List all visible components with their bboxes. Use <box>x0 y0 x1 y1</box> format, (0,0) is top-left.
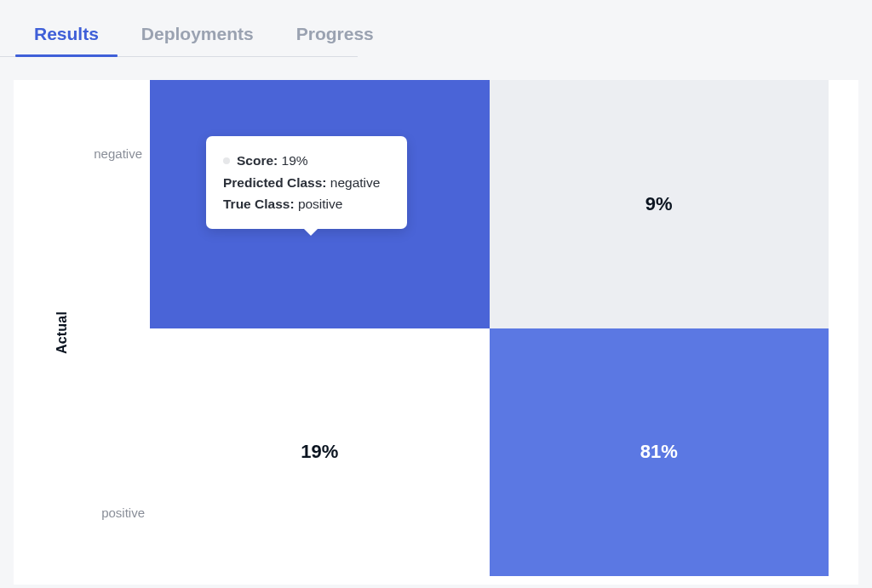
tooltip-predicted-label: Predicted Class: <box>223 175 326 190</box>
tab-progress[interactable]: Progress <box>296 24 374 56</box>
tooltip-score-row: Score: 19% <box>223 150 390 172</box>
cell-actual-pos-pred-pos[interactable]: 81% <box>490 328 829 577</box>
tab-bar: Results Deployments Progress <box>0 0 358 57</box>
row-label-negative: negative <box>91 146 142 161</box>
tooltip-predicted-row: Predicted Class: negative <box>223 172 390 194</box>
cell-tooltip: Score: 19% Predicted Class: negative Tru… <box>206 136 407 229</box>
confusion-matrix-chart: Actual negative positive 91% 9% 19% 81% <box>14 80 858 585</box>
tab-results[interactable]: Results <box>34 24 99 56</box>
cell-actual-pos-pred-neg[interactable]: 19% <box>150 328 490 577</box>
tooltip-score-value: 19% <box>282 153 308 168</box>
tooltip-score-label: Score: <box>237 153 278 168</box>
legend-dot-icon <box>223 157 230 164</box>
tooltip-trueclass-row: True Class: positive <box>223 193 390 215</box>
tooltip-trueclass-label: True Class: <box>223 197 295 211</box>
tooltip-predicted-value: negative <box>330 175 381 190</box>
row-label-positive: positive <box>94 505 145 520</box>
tooltip-trueclass-value: positive <box>298 197 343 211</box>
tab-deployments[interactable]: Deployments <box>141 24 254 56</box>
y-axis-label: Actual <box>54 311 70 353</box>
cell-actual-neg-pred-pos[interactable]: 9% <box>490 80 829 328</box>
